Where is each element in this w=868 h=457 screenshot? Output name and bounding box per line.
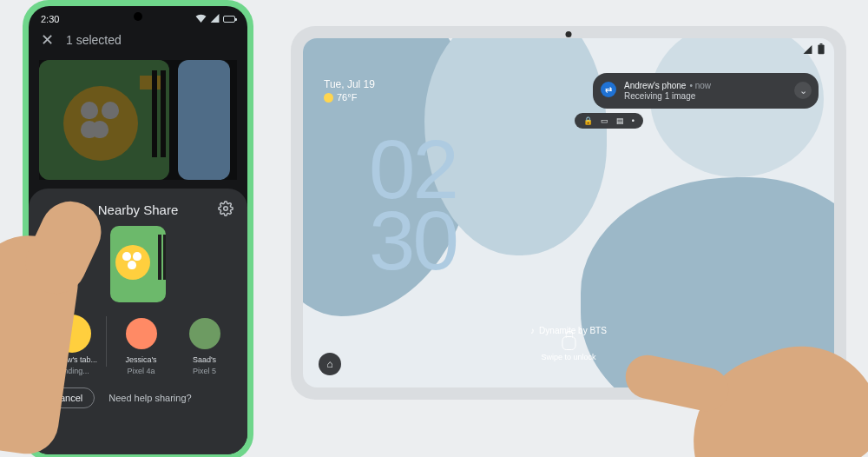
home-button[interactable]: ⌂ — [319, 353, 341, 375]
cell-signal-icon — [803, 45, 812, 56]
lock-icon — [562, 336, 575, 350]
share-target-device[interactable]: Saad's Pixel 5 — [175, 315, 233, 375]
battery-icon — [223, 16, 235, 23]
wifi-icon — [195, 14, 207, 24]
divider — [106, 316, 107, 367]
avatar — [186, 315, 224, 353]
tablet-status-bar — [803, 43, 825, 56]
now-playing-title: Dynamite by BTS — [539, 326, 607, 335]
help-sharing-link[interactable]: Need help sharing? — [108, 393, 191, 403]
chevron-down-icon[interactable]: ⌄ — [794, 82, 812, 99]
photo-thumbnail[interactable] — [178, 60, 230, 180]
sheet-title: Nearby Share — [98, 202, 179, 217]
lockscreen-weather[interactable]: 76°F — [324, 92, 357, 103]
svg-rect-1 — [818, 44, 824, 54]
notification-title: Andrew's phone — [624, 81, 686, 90]
gear-icon[interactable] — [218, 201, 233, 220]
tablet-lockscreen[interactable]: Tue, Jul 19 76°F 02 30 ⇄ Andrew's phone … — [303, 38, 834, 387]
photo-grid — [39, 60, 237, 180]
notification-body: Receiving 1 image — [624, 91, 787, 101]
svg-rect-2 — [820, 43, 823, 44]
front-camera — [566, 31, 572, 37]
target-status: Pixel 5 — [193, 367, 216, 375]
share-target-device[interactable]: Jessica's Pixel 4a — [112, 315, 170, 375]
clock-minutes: 30 — [369, 207, 457, 278]
status-time: 2:30 — [41, 14, 59, 24]
status-chips[interactable]: 🔒 ▭ ▤ • — [575, 113, 643, 129]
chip-icon: ▭ — [601, 116, 608, 125]
selection-bar: ✕ 1 selected — [29, 32, 247, 48]
nearby-share-icon: ⇄ — [601, 82, 616, 97]
lockscreen-clock: 02 30 — [369, 136, 457, 278]
share-preview — [110, 226, 166, 302]
temperature: 76°F — [337, 92, 357, 103]
target-name: Jessica's — [125, 355, 156, 364]
music-note-icon: ♪ — [530, 326, 535, 335]
battery-icon — [817, 43, 825, 56]
chip-icon: 🔒 — [583, 116, 593, 125]
unlock-hint: Swipe to unlock — [541, 353, 595, 361]
home-icon: ⌂ — [326, 358, 332, 370]
svg-point-0 — [224, 207, 228, 211]
close-icon[interactable]: ✕ — [41, 32, 54, 48]
lockscreen-date: Tue, Jul 19 — [324, 78, 375, 90]
notification-card[interactable]: ⇄ Andrew's phone • now Receiving 1 image… — [593, 73, 819, 109]
sun-icon — [324, 93, 333, 103]
cell-signal-icon — [210, 14, 220, 24]
selected-count: 1 selected — [66, 33, 122, 47]
chip-more: • — [632, 116, 635, 125]
target-name: Saad's — [193, 355, 216, 364]
tablet-device: Tue, Jul 19 76°F 02 30 ⇄ Andrew's phone … — [291, 26, 846, 400]
swipe-unlock[interactable]: Swipe to unlock — [541, 336, 595, 361]
phone-status-bar: 2:30 — [29, 8, 247, 30]
notification-time: now — [695, 81, 711, 90]
avatar — [122, 315, 161, 353]
chip-icon: ▤ — [616, 116, 624, 125]
target-status: Pixel 4a — [127, 367, 155, 375]
